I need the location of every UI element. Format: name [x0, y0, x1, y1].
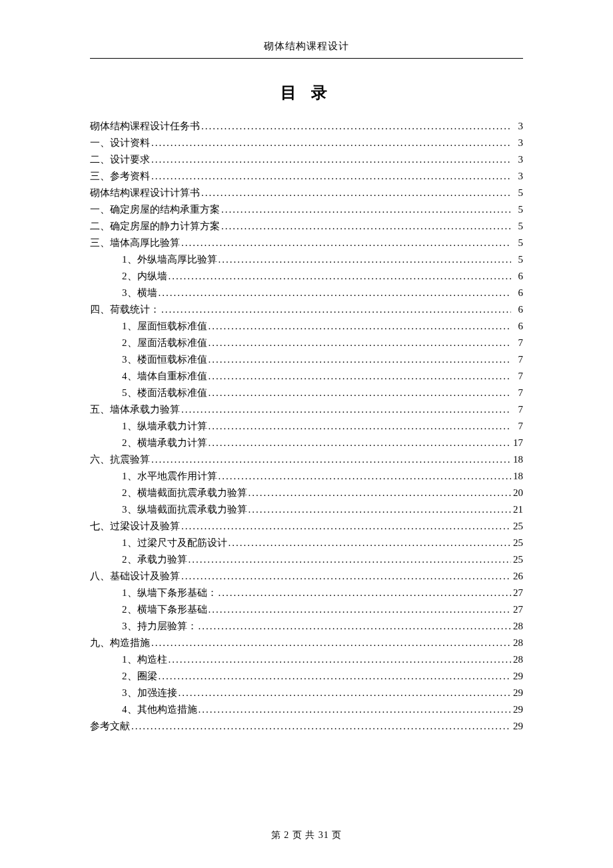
toc-entry: 三、墙体高厚比验算...............................… [90, 235, 523, 251]
toc-entry-text: 九、构造措施 [90, 635, 150, 651]
toc-entry: 2、内纵墙...................................… [90, 268, 523, 285]
page-footer: 第 2 页 共 31 页 [0, 829, 613, 841]
table-of-contents: 砌体结构课程设计任务书.............................… [90, 118, 523, 735]
toc-leader-dots: ........................................… [180, 568, 511, 585]
toc-entry: 三、参考资料..................................… [90, 168, 523, 185]
toc-entry: 3、持力层验算：................................… [90, 618, 523, 635]
toc-entry-page: 18 [511, 451, 523, 468]
toc-entry-text: 3、加强连接 [122, 685, 177, 701]
toc-leader-dots: ........................................… [150, 635, 511, 651]
toc-entry-text: 三、墙体高厚比验算 [90, 235, 180, 251]
toc-leader-dots: ........................................… [150, 168, 511, 185]
toc-entry-page: 5 [511, 218, 523, 235]
toc-entry-page: 29 [511, 718, 523, 735]
toc-entry-page: 21 [511, 501, 523, 518]
toc-entry: 1、过梁尺寸及配筋设计.............................… [90, 535, 523, 551]
toc-leader-dots: ........................................… [207, 318, 512, 335]
toc-entry: 六、抗震验算..................................… [90, 451, 523, 468]
toc-leader-dots: ........................................… [207, 418, 512, 435]
toc-leader-dots: ........................................… [180, 401, 511, 418]
toc-entry-text: 一、确定房屋的结构承重方案 [90, 201, 220, 218]
toc-entry: 3、纵墙截面抗震承载力验算...........................… [90, 501, 523, 518]
toc-entry-page: 5 [511, 235, 523, 251]
toc-entry: 3、楼面恒载标准值...............................… [90, 351, 523, 368]
toc-leader-dots: ........................................… [247, 501, 512, 518]
toc-entry: 1、纵墙下条形基础：..............................… [90, 585, 523, 601]
toc-entry-page: 27 [511, 601, 523, 618]
toc-entry-text: 二、确定房屋的静力计算方案 [90, 218, 220, 235]
toc-entry-page: 18 [511, 468, 523, 485]
toc-leader-dots: ........................................… [217, 468, 512, 485]
toc-entry-page: 5 [511, 201, 523, 218]
toc-entry-text: 砌体结构课程设计计算书 [90, 185, 200, 201]
toc-entry-page: 3 [511, 168, 523, 185]
toc-entry-page: 7 [511, 401, 523, 418]
toc-entry-text: 1、水平地震作用计算 [122, 468, 217, 485]
toc-entry-page: 28 [511, 651, 523, 668]
toc-leader-dots: ........................................… [187, 551, 512, 568]
toc-entry-text: 4、墙体自重标准值 [122, 368, 207, 385]
toc-entry: 1、构造柱...................................… [90, 651, 523, 668]
toc-leader-dots: ........................................… [217, 585, 512, 601]
toc-entry: 砌体结构课程设计计算书.............................… [90, 185, 523, 201]
toc-entry: 2、横墙承载力计算...............................… [90, 435, 523, 451]
toc-leader-dots: ........................................… [227, 535, 512, 551]
toc-entry: 5、楼面活载标准值...............................… [90, 385, 523, 401]
toc-entry-page: 28 [511, 618, 523, 635]
toc-entry-text: 三、参考资料 [90, 168, 150, 185]
toc-entry-text: 1、外纵墙高厚比验算 [122, 251, 217, 268]
toc-leader-dots: ........................................… [200, 185, 511, 201]
toc-entry-page: 25 [511, 518, 523, 535]
toc-entry-page: 3 [511, 118, 523, 135]
toc-entry-text: 1、纵墙承载力计算 [122, 418, 207, 435]
toc-entry: 2、圈梁....................................… [90, 668, 523, 685]
toc-entry-text: 七、过梁设计及验算 [90, 518, 180, 535]
toc-entry-text: 2、内纵墙 [122, 268, 167, 285]
toc-leader-dots: ........................................… [207, 435, 512, 451]
document-page: 砌体结构课程设计 目 录 砌体结构课程设计任务书................… [0, 0, 613, 768]
toc-leader-dots: ........................................… [207, 335, 512, 351]
toc-entry: 1、水平地震作用计算..............................… [90, 468, 523, 485]
toc-entry-page: 25 [511, 535, 523, 551]
toc-entry-page: 7 [511, 368, 523, 385]
toc-entry-text: 1、屋面恒载标准值 [122, 318, 207, 335]
toc-entry-page: 29 [511, 668, 523, 685]
toc-entry-page: 5 [511, 251, 523, 268]
toc-entry: 九、构造措施..................................… [90, 635, 523, 651]
toc-entry-text: 2、横墙承载力计算 [122, 435, 207, 451]
toc-entry-text: 3、横墙 [122, 285, 157, 301]
toc-leader-dots: ........................................… [180, 518, 511, 535]
toc-entry-text: 1、纵墙下条形基础： [122, 585, 217, 601]
toc-entry-text: 4、其他构造措施 [122, 701, 197, 718]
toc-leader-dots: ........................................… [207, 385, 512, 401]
toc-leader-dots: ........................................… [130, 718, 511, 735]
toc-entry: 参考文献....................................… [90, 718, 523, 735]
toc-entry-page: 6 [511, 301, 523, 318]
toc-entry: 1、屋面恒载标准值...............................… [90, 318, 523, 335]
toc-entry-text: 2、横墙下条形基础 [122, 601, 207, 618]
toc-leader-dots: ........................................… [207, 601, 512, 618]
toc-entry-page: 7 [511, 418, 523, 435]
toc-leader-dots: ........................................… [247, 485, 512, 501]
toc-entry: 四、荷载统计：.................................… [90, 301, 523, 318]
toc-entry-text: 1、过梁尺寸及配筋设计 [122, 535, 227, 551]
toc-entry-page: 7 [511, 335, 523, 351]
toc-leader-dots: ........................................… [160, 301, 511, 318]
toc-entry-page: 29 [511, 685, 523, 701]
toc-entry-text: 一、设计资料 [90, 135, 150, 151]
toc-entry: 八、基础设计及验算...............................… [90, 568, 523, 585]
toc-entry: 一、确定房屋的结构承重方案...........................… [90, 201, 523, 218]
toc-leader-dots: ........................................… [197, 701, 512, 718]
toc-leader-dots: ........................................… [207, 351, 512, 368]
toc-entry-text: 1、构造柱 [122, 651, 167, 668]
toc-entry-page: 6 [511, 285, 523, 301]
toc-entry: 二、设计要求..................................… [90, 151, 523, 168]
toc-leader-dots: ........................................… [180, 235, 511, 251]
toc-leader-dots: ........................................… [167, 651, 512, 668]
toc-leader-dots: ........................................… [167, 268, 512, 285]
running-header: 砌体结构课程设计 [90, 40, 523, 53]
toc-entry-text: 四、荷载统计： [90, 301, 160, 318]
toc-entry: 1、外纵墙高厚比验算..............................… [90, 251, 523, 268]
toc-entry-text: 2、横墙截面抗震承载力验算 [122, 485, 247, 501]
toc-leader-dots: ........................................… [217, 251, 512, 268]
